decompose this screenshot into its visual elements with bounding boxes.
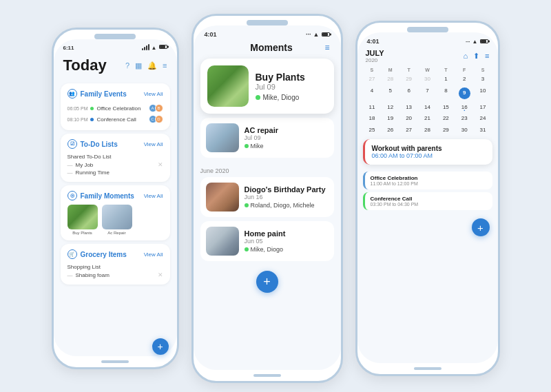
view-all-button[interactable]: View All (144, 141, 163, 147)
cal-day[interactable]: 21 (418, 113, 437, 124)
house-image (206, 227, 239, 256)
grocery-icon: 🛒 (67, 249, 77, 259)
moment-info: Home paint Jun 05 Mike, Diogo (245, 229, 329, 253)
cal-day[interactable]: 27 (399, 125, 418, 136)
cal-day[interactable]: 30 (418, 74, 437, 85)
signal-icon (142, 45, 149, 50)
status-bar: 6:11 ▲ (54, 39, 177, 54)
status-icons: ▲ (142, 45, 167, 51)
workout-time: 06:00 AM to 07:00 AM (372, 152, 486, 159)
cal-day[interactable]: 15 (437, 102, 455, 113)
grocery-item: — Shabing foam ✕ (67, 271, 163, 279)
moment-row-house[interactable]: Home paint Jun 05 Mike, Diogo (200, 221, 334, 261)
fab-button[interactable]: + (256, 271, 278, 293)
moment-row-party[interactable]: Diogo's Birthday Party Jun 16 Roland, Di… (200, 177, 334, 217)
cal-day[interactable]: 30 (455, 125, 474, 136)
question-icon[interactable]: ? (125, 61, 129, 70)
todo-section: ☑ To-Do Lists View All Shared To-Do List… (61, 134, 170, 182)
people-dot (245, 247, 249, 251)
moment-thumb-ac[interactable]: Ac Repair (102, 205, 132, 235)
cal-day[interactable]: 27 (363, 74, 382, 85)
close-icon[interactable]: ✕ (158, 161, 163, 168)
notch (94, 34, 136, 39)
status-icons: ··· ▲ (306, 31, 329, 38)
cal-day[interactable]: 6 (399, 85, 418, 101)
moments-header: Moments ≡ (194, 39, 341, 59)
cal-day[interactable]: 31 (474, 125, 492, 136)
cal-day[interactable]: 16 (455, 102, 474, 113)
grocery-item: Shopping List (67, 263, 163, 271)
family-icon: 👥 (67, 89, 77, 99)
notch (407, 27, 448, 32)
calendar-event-office[interactable]: Office Celebration 11:00 AM to 12:00 PM (363, 172, 492, 189)
cal-day[interactable]: 10 (474, 85, 492, 101)
moment-row-ac[interactable]: AC repair Jul 09 Mike (200, 118, 334, 158)
people-row: Roland, Diogo, Michele (245, 202, 329, 209)
people-dot (245, 203, 249, 207)
section-title: ☑ To-Do Lists (67, 139, 118, 149)
home-indicator (101, 360, 129, 363)
section-header: 👥 Family Events View All (67, 89, 163, 99)
status-dot (90, 107, 94, 110)
cal-day[interactable]: 26 (381, 125, 399, 136)
cal-day[interactable]: 14 (418, 102, 437, 113)
cal-day[interactable]: 9 (455, 85, 474, 101)
home-icon[interactable]: ⌂ (463, 52, 468, 61)
menu-icon[interactable]: ≡ (163, 61, 167, 70)
fab-button[interactable]: + (152, 338, 169, 355)
cal-day[interactable]: 12 (381, 102, 399, 113)
view-all-button[interactable]: View All (144, 251, 163, 258)
cal-day[interactable]: 19 (381, 113, 399, 124)
view-all-button[interactable]: View All (144, 91, 163, 97)
moments-section: ◎ Family Moments View All Buy Plants Ac … (61, 185, 170, 240)
cal-day[interactable]: 5 (381, 85, 399, 101)
cal-day[interactable]: 28 (381, 74, 399, 85)
ac-image (102, 205, 132, 229)
featured-moment-card[interactable]: Buy Plants Jul 09 Mike, Diogo (200, 59, 334, 114)
menu-icon[interactable]: ≡ (485, 52, 489, 61)
cal-day[interactable]: 17 (474, 102, 492, 113)
calendar-event-call[interactable]: Conference Call 03:30 PM to 04:30 PM (363, 192, 492, 210)
cal-day[interactable]: 24 (474, 113, 492, 124)
battery-icon (322, 32, 330, 37)
moments-icon: ◎ (67, 191, 77, 200)
cal-day[interactable]: 1 (437, 74, 455, 85)
section-title: 🛒 Grocery Items (67, 249, 127, 259)
cal-day[interactable]: 13 (399, 102, 418, 113)
fab-button[interactable]: + (472, 218, 490, 236)
cal-day[interactable]: 29 (399, 74, 418, 85)
cal-day[interactable]: 25 (363, 125, 382, 136)
share-icon[interactable]: ⬆ (473, 52, 479, 61)
cal-day[interactable]: 8 (437, 85, 455, 101)
time: 4:01 (205, 31, 217, 38)
workout-popup[interactable]: Workout with parents 06:00 AM to 07:00 A… (363, 139, 492, 165)
cal-day[interactable]: 11 (363, 102, 382, 113)
cal-day[interactable]: 22 (437, 113, 455, 124)
bell-icon[interactable]: 🔔 (147, 61, 157, 70)
status-dot (90, 118, 94, 121)
todo-item: — My Job ✕ (67, 161, 163, 169)
year-label: 2020 (366, 57, 384, 63)
wifi-icon: ▲ (152, 45, 157, 51)
calendar-icon[interactable]: ▦ (135, 61, 142, 70)
phone-today: 6:11 ▲ Today ? ▦ 🔔 ≡ (52, 28, 179, 369)
cal-day[interactable]: 29 (437, 125, 455, 136)
cal-day[interactable]: 4 (363, 85, 382, 101)
cal-day[interactable]: 18 (363, 113, 382, 124)
status-bar: 4:01 ··· ▲ (357, 32, 498, 46)
cal-day[interactable]: 23 (455, 113, 474, 124)
calendar-header: JULY 2020 ⌂ ⬆ ≡ (357, 46, 498, 68)
close-icon[interactable]: ✕ (158, 271, 163, 278)
june-events-list: Diogo's Birthday Party Jun 16 Roland, Di… (194, 177, 341, 261)
cal-day[interactable]: 2 (455, 74, 474, 85)
cal-day[interactable]: 3 (474, 74, 492, 85)
moment-thumb-plants[interactable]: Buy Plants (67, 205, 98, 235)
section-header: ☑ To-Do Lists View All (67, 139, 163, 149)
filter-icon[interactable]: ≡ (324, 43, 329, 52)
cal-day[interactable]: 20 (399, 113, 418, 124)
cal-day[interactable]: 28 (418, 125, 437, 136)
battery-icon (480, 39, 488, 43)
view-all-button[interactable]: View All (144, 193, 163, 199)
section-title: 👥 Family Events (67, 89, 127, 99)
cal-day[interactable]: 7 (418, 85, 437, 101)
